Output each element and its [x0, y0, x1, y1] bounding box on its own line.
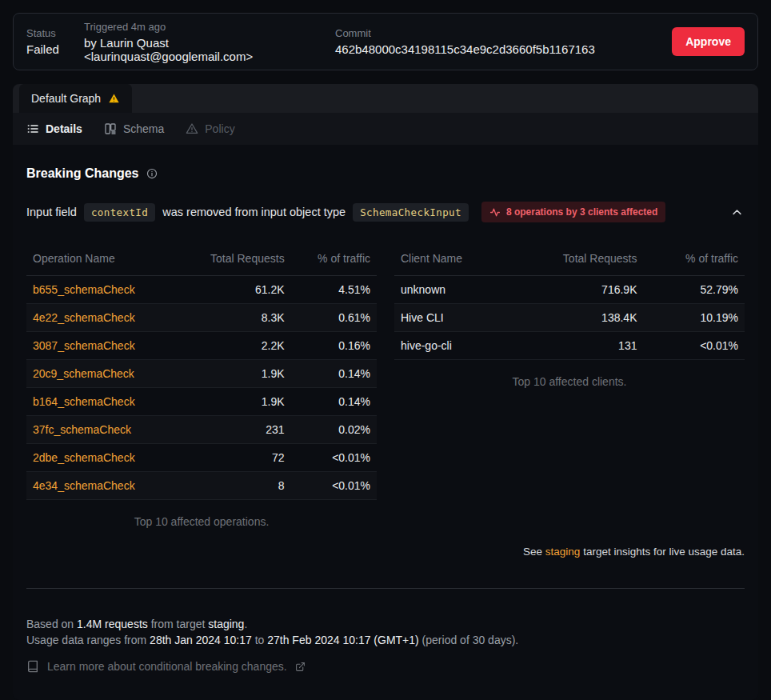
affected-badge-label: 8 operations by 3 clients affected	[506, 206, 657, 218]
traffic-cell: 52.79%	[643, 276, 745, 304]
learn-more-link[interactable]: Learn more about conditional breaking ch…	[26, 660, 745, 673]
learn-more-label: Learn more about conditional breaking ch…	[47, 660, 287, 673]
status-value: Failed	[26, 42, 71, 56]
traffic-cell: 0.16%	[291, 332, 377, 360]
tab-default-graph[interactable]: Default Graph	[19, 84, 132, 113]
operation-link[interactable]: 2dbe_schemaCheck	[26, 444, 177, 472]
usage-summary: Based on 1.4M requests from target stagi…	[26, 616, 745, 648]
requests-cell: 716.9K	[509, 276, 644, 304]
usage-suffix: (period of 30 days).	[419, 634, 519, 646]
triggered-block: Triggered 4m ago by Laurin Quast <laurin…	[84, 21, 322, 63]
graph-tabs-bar: Default Graph	[13, 84, 758, 113]
status-label: Status	[26, 27, 71, 39]
commit-block: Commit 462b48000c34198115c34e9c2d3660f5b…	[335, 27, 672, 56]
external-link-icon	[295, 662, 306, 672]
insights-note: See staging target insights for live usa…	[26, 546, 745, 558]
based-on-prefix: Based on	[26, 618, 77, 630]
based-on-middle: from target	[148, 618, 208, 630]
table-row: 2dbe_schemaCheck 72 <0.01%	[26, 444, 377, 472]
client-name-cell: hive-go-cli	[394, 332, 509, 360]
traffic-cell: 0.14%	[291, 360, 377, 388]
table-row: Hive CLI 138.4K 10.19%	[394, 304, 745, 332]
table-row: 3087_schemaCheck 2.2K 0.16%	[26, 332, 377, 360]
info-circle-icon	[146, 168, 158, 179]
ops-col-name: Operation Name	[26, 246, 177, 276]
operation-link[interactable]: 4e22_schemaCheck	[26, 304, 177, 332]
clients-caption: Top 10 affected clients.	[394, 360, 745, 388]
book-icon	[26, 660, 39, 673]
details-panel: Breaking Changes Input field contextId w…	[13, 145, 758, 700]
field-name-chip: contextId	[84, 203, 155, 222]
table-row: unknown 716.9K 52.79%	[394, 276, 745, 304]
operation-link[interactable]: b164_schemaCheck	[26, 388, 177, 416]
requests-cell: 61.2K	[177, 276, 290, 304]
graph-tab-label: Default Graph	[31, 92, 101, 105]
client-name-cell: Hive CLI	[394, 304, 509, 332]
breaking-changes-heading: Breaking Changes	[26, 145, 745, 181]
table-row: 4e34_schemaCheck 8 <0.01%	[26, 472, 377, 500]
requests-cell: 8	[177, 472, 290, 500]
table-row: 4e22_schemaCheck 8.3K 0.61%	[26, 304, 377, 332]
tab-details-label: Details	[46, 122, 82, 135]
columns-icon	[104, 122, 117, 135]
check-summary-card: Status Failed Triggered 4m ago by Laurin…	[13, 13, 758, 70]
table-row: b164_schemaCheck 1.9K 0.14%	[26, 388, 377, 416]
requests-cell: 131	[509, 332, 644, 360]
tab-policy[interactable]: Policy	[186, 122, 234, 135]
target-name: staging	[208, 618, 244, 630]
date-to: 27th Feb 2024 10:17 (GMT+1)	[267, 634, 419, 646]
change-text-2: was removed from input object type	[162, 206, 346, 218]
breaking-change-row[interactable]: Input field contextId was removed from i…	[26, 202, 745, 222]
staging-target-link[interactable]: staging	[545, 546, 581, 558]
tab-policy-label: Policy	[205, 122, 234, 135]
check-subtabs: Details Schema Policy	[13, 113, 758, 145]
date-from: 28th Jan 2024 10:17	[150, 634, 252, 646]
traffic-cell: 0.14%	[291, 388, 377, 416]
traffic-cell: <0.01%	[291, 444, 377, 472]
operation-link[interactable]: 4e34_schemaCheck	[26, 472, 177, 500]
table-row: 20c9_schemaCheck 1.9K 0.14%	[26, 360, 377, 388]
tab-schema[interactable]: Schema	[104, 122, 164, 135]
warning-triangle-icon	[108, 93, 120, 104]
commit-label: Commit	[335, 27, 672, 39]
traffic-cell: <0.01%	[291, 472, 377, 500]
status-block: Status Failed	[26, 27, 71, 56]
table-row: 37fc_schemaCheck 231 0.02%	[26, 416, 377, 444]
ops-col-traffic: % of traffic	[291, 246, 377, 276]
ops-col-requests: Total Requests	[177, 246, 290, 276]
traffic-cell: 0.02%	[291, 416, 377, 444]
requests-cell: 1.9K	[177, 388, 290, 416]
operation-link[interactable]: 3087_schemaCheck	[26, 332, 177, 360]
footer-divider	[26, 588, 745, 589]
operation-link[interactable]: 20c9_schemaCheck	[26, 360, 177, 388]
based-on-suffix: .	[244, 618, 247, 630]
activity-pulse-icon	[489, 207, 501, 218]
list-icon	[26, 122, 39, 135]
table-row: b655_schemaCheck 61.2K 4.51%	[26, 276, 377, 304]
tab-details[interactable]: Details	[26, 122, 82, 135]
insights-note-suffix: target insights for live usage data.	[580, 546, 745, 558]
table-row: hive-go-cli 131 <0.01%	[394, 332, 745, 360]
requests-cell: 2.2K	[177, 332, 290, 360]
requests-cell: 1.9K	[177, 360, 290, 388]
clients-col-name: Client Name	[394, 246, 509, 276]
chevron-up-icon	[731, 206, 743, 218]
triggered-author: by Laurin Quast <laurinquast@googlemail.…	[84, 36, 322, 63]
tab-schema-label: Schema	[123, 122, 164, 135]
requests-cell: 72	[177, 444, 290, 472]
breaking-changes-title: Breaking Changes	[26, 166, 138, 181]
usage-tables: Operation Name Total Requests % of traff…	[26, 246, 745, 528]
affected-operations-badge: 8 operations by 3 clients affected	[481, 202, 665, 222]
collapse-toggle[interactable]	[731, 206, 745, 218]
operation-link[interactable]: 37fc_schemaCheck	[26, 416, 177, 444]
based-on-line: Based on 1.4M requests from target stagi…	[26, 616, 745, 632]
triggered-label: Triggered 4m ago	[84, 21, 322, 33]
usage-range-line: Usage data ranges from 28th Jan 2024 10:…	[26, 632, 745, 648]
operation-link[interactable]: b655_schemaCheck	[26, 276, 177, 304]
traffic-cell: 0.61%	[291, 304, 377, 332]
warning-outline-icon	[186, 122, 198, 135]
commit-hash: 462b48000c34198115c34e9c2d3660f5b1167163	[335, 42, 672, 56]
clients-col-traffic: % of traffic	[643, 246, 745, 276]
operations-table: Operation Name Total Requests % of traff…	[26, 246, 377, 500]
approve-button[interactable]: Approve	[672, 27, 745, 56]
